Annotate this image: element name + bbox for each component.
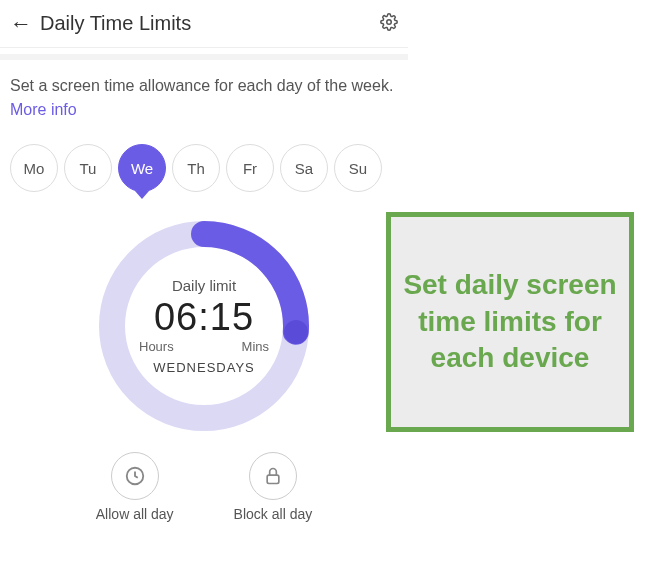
day-chip-th[interactable]: Th xyxy=(172,144,220,192)
block-label: Block all day xyxy=(234,506,313,522)
more-info-link[interactable]: More info xyxy=(10,101,77,118)
time-limit-dial[interactable]: Daily limit 06:15 Hours Mins WEDNESDAYS xyxy=(94,216,314,436)
description-text: Set a screen time allowance for each day… xyxy=(10,77,393,94)
back-icon[interactable]: ← xyxy=(10,13,32,35)
day-chip-mo[interactable]: Mo xyxy=(10,144,58,192)
dial-handle[interactable] xyxy=(284,320,308,344)
mins-label: Mins xyxy=(242,339,269,354)
dial-container: Daily limit 06:15 Hours Mins WEDNESDAYS xyxy=(0,216,408,436)
allow-label: Allow all day xyxy=(96,506,174,522)
day-chip-sa[interactable]: Sa xyxy=(280,144,328,192)
block-all-day-button[interactable]: Block all day xyxy=(234,452,313,522)
header: ← Daily Time Limits xyxy=(0,0,408,48)
day-chip-su[interactable]: Su xyxy=(334,144,382,192)
callout-text: Set daily screen time limits for each de… xyxy=(403,267,617,376)
dial-label: Daily limit xyxy=(139,277,269,294)
dial-time: 06:15 xyxy=(139,296,269,339)
days-tabs: MoTuWeThFrSaSu xyxy=(0,130,408,206)
actions-row: Allow all day Block all day xyxy=(0,452,408,522)
svg-point-0 xyxy=(387,19,392,24)
lock-icon xyxy=(249,452,297,500)
day-chip-tu[interactable]: Tu xyxy=(64,144,112,192)
hours-label: Hours xyxy=(139,339,174,354)
page-title: Daily Time Limits xyxy=(40,12,380,35)
day-chip-we[interactable]: We xyxy=(118,144,166,192)
clock-icon xyxy=(111,452,159,500)
dial-day: WEDNESDAYS xyxy=(139,360,269,375)
dial-readout: Daily limit 06:15 Hours Mins WEDNESDAYS xyxy=(139,277,269,375)
allow-all-day-button[interactable]: Allow all day xyxy=(96,452,174,522)
description: Set a screen time allowance for each day… xyxy=(0,60,408,130)
gear-icon[interactable] xyxy=(380,13,398,35)
svg-rect-3 xyxy=(267,475,279,483)
day-chip-fr[interactable]: Fr xyxy=(226,144,274,192)
promo-callout: Set daily screen time limits for each de… xyxy=(386,212,634,432)
